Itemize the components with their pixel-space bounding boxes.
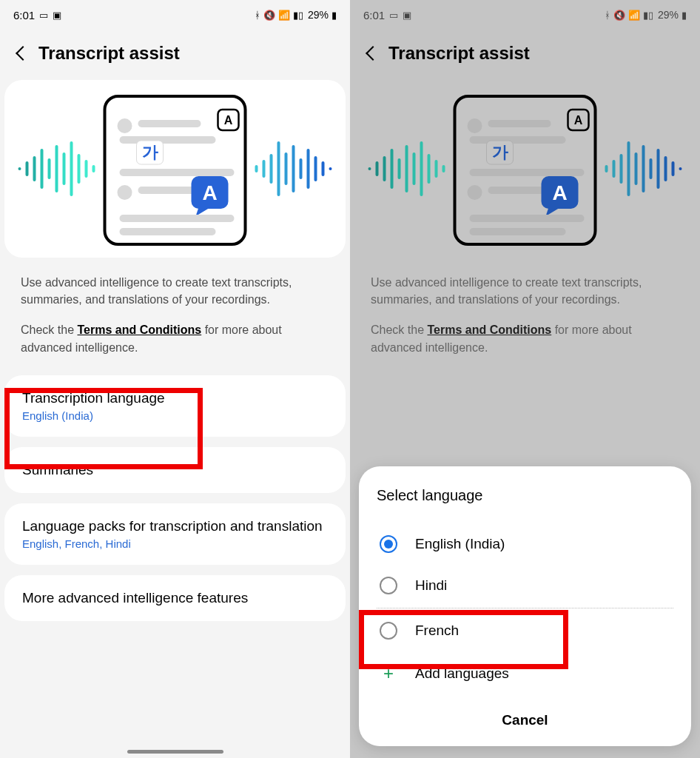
svg-point-69: [468, 185, 482, 200]
desc-line2: Check the Terms and Conditions for more …: [21, 321, 329, 355]
image-icon: ▣: [53, 10, 61, 21]
svg-text:가: 가: [142, 143, 158, 161]
item-subtitle: English, French, Hindi: [22, 537, 328, 550]
svg-rect-68: [470, 169, 585, 176]
transcript-illustration: A 가 A: [354, 80, 696, 258]
language-label: French: [415, 623, 459, 639]
desc-line1: Use advanced intelligence to create text…: [21, 274, 329, 308]
notification-icon: ▭: [39, 10, 48, 21]
wifi-icon: 📶: [278, 10, 290, 21]
language-option-french[interactable]: French: [377, 610, 673, 651]
svg-rect-36: [120, 215, 235, 222]
settings-list: Transcription language English (India) S…: [0, 375, 350, 621]
screen-language-picker: 6:01 ▭ ▣ ᚼ 🔇 📶 ▮▯ 29% ▮ Transcript assis…: [350, 0, 700, 758]
battery-icon: ▮: [682, 10, 687, 21]
item-language-packs[interactable]: Language packs for transcription and tra…: [4, 503, 346, 565]
battery-percent: 29%: [308, 9, 329, 21]
bluetooth-icon: ᚼ: [255, 10, 260, 21]
notification-icon: ▭: [389, 10, 398, 21]
sheet-title: Select language: [377, 487, 673, 504]
signal-icon: ▮▯: [293, 10, 303, 21]
page-title: Transcript assist: [38, 43, 180, 64]
svg-text:A: A: [202, 181, 217, 204]
terms-link[interactable]: Terms and Conditions: [427, 323, 551, 336]
wifi-icon: 📶: [628, 10, 640, 21]
svg-point-31: [118, 185, 132, 200]
battery-icon: ▮: [332, 10, 337, 21]
svg-rect-74: [470, 215, 585, 222]
desc-line1: Use advanced intelligence to create text…: [371, 274, 679, 308]
transcript-illustration: A 가 A: [4, 80, 346, 258]
svg-text:A: A: [574, 114, 583, 127]
terms-link[interactable]: Terms and Conditions: [77, 323, 201, 336]
status-bar: 6:01 ▭ ▣ ᚼ 🔇 📶 ▮▯ 29% ▮: [0, 0, 350, 27]
svg-rect-75: [470, 228, 566, 235]
status-time: 6:01: [13, 9, 35, 21]
bluetooth-icon: ᚼ: [605, 10, 610, 21]
page-title: Transcript assist: [388, 43, 530, 64]
svg-rect-27: [120, 136, 216, 144]
svg-rect-37: [120, 228, 216, 235]
svg-text:A: A: [224, 114, 233, 127]
item-subtitle: English (India): [22, 409, 328, 422]
radio-checked-icon: [380, 535, 397, 553]
desc-line2: Check the Terms and Conditions for more …: [371, 321, 679, 355]
signal-icon: ▮▯: [643, 10, 653, 21]
item-summaries[interactable]: Summaries: [4, 447, 346, 493]
nav-handle[interactable]: [127, 750, 223, 754]
mute-icon: 🔇: [263, 10, 275, 21]
cancel-button[interactable]: Cancel: [377, 705, 673, 731]
description-text: Use advanced intelligence to create text…: [0, 258, 350, 356]
add-languages-button[interactable]: + Add languages: [377, 651, 673, 696]
screen-settings: 6:01 ▭ ▣ ᚼ 🔇 📶 ▮▯ 29% ▮ Transcript assis…: [0, 0, 350, 758]
svg-point-63: [468, 118, 482, 133]
svg-text:가: 가: [492, 143, 508, 161]
back-icon[interactable]: [16, 46, 30, 61]
image-icon: ▣: [403, 10, 411, 21]
item-more-features[interactable]: More advanced intelligence features: [4, 575, 346, 621]
radio-unchecked-icon: [380, 577, 397, 594]
svg-rect-30: [120, 169, 235, 176]
item-title: Summaries: [22, 462, 328, 478]
page-header: Transcript assist: [0, 27, 350, 77]
divider: [377, 608, 673, 608]
page-header: Transcript assist: [350, 27, 700, 77]
svg-text:A: A: [552, 181, 567, 204]
language-label: English (India): [415, 536, 505, 552]
item-transcription-language[interactable]: Transcription language English (India): [4, 375, 346, 437]
language-option-hindi[interactable]: Hindi: [377, 565, 673, 606]
description-text: Use advanced intelligence to create text…: [350, 258, 700, 356]
radio-unchecked-icon: [380, 622, 397, 640]
illustration-card: A 가 A: [354, 80, 696, 258]
add-languages-label: Add languages: [415, 665, 509, 682]
status-time: 6:01: [363, 9, 385, 21]
battery-percent: 29%: [658, 9, 679, 21]
svg-point-25: [118, 118, 132, 133]
item-title: More advanced intelligence features: [22, 590, 328, 606]
back-icon[interactable]: [366, 46, 380, 61]
item-title: Transcription language: [22, 390, 328, 406]
status-bar: 6:01 ▭ ▣ ᚼ 🔇 📶 ▮▯ 29% ▮: [350, 0, 700, 27]
item-title: Language packs for transcription and tra…: [22, 518, 328, 534]
svg-rect-64: [488, 120, 551, 127]
illustration-card: A 가 A: [4, 80, 346, 258]
language-option-english[interactable]: English (India): [377, 523, 673, 565]
svg-rect-26: [138, 120, 201, 127]
plus-icon: +: [380, 663, 397, 684]
mute-icon: 🔇: [613, 10, 625, 21]
select-language-sheet: Select language English (India) Hindi Fr…: [359, 466, 691, 746]
svg-rect-65: [470, 136, 566, 144]
language-label: Hindi: [415, 577, 447, 594]
